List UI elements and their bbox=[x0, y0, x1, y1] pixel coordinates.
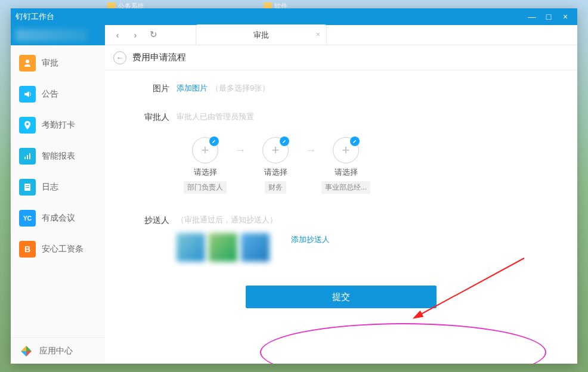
cc-note: （审批通过后，通知抄送人） bbox=[177, 215, 277, 225]
svg-rect-4 bbox=[29, 153, 30, 159]
svg-rect-7 bbox=[26, 187, 29, 188]
page-title: 费用申请流程 bbox=[132, 52, 186, 63]
main-area: ‹ › ↻ 审批 × ← 费用申请流程 图片 添加图片 （最多选 bbox=[105, 25, 577, 364]
profile-area[interactable] bbox=[11, 25, 105, 45]
location-icon bbox=[19, 117, 36, 134]
avatar[interactable] bbox=[209, 233, 237, 262]
sidebar-item-attendance[interactable]: 考勤打卡 bbox=[11, 110, 105, 141]
window-title: 钉钉工作台 bbox=[16, 11, 525, 22]
window-minimize[interactable]: — bbox=[525, 11, 539, 23]
approval-icon bbox=[19, 55, 36, 72]
sidebar: 审批 公告 考勤打卡 智能报表 日志 bbox=[11, 25, 105, 364]
row-cc: 抄送人 （审批通过后，通知抄送人） bbox=[129, 214, 553, 226]
svg-rect-2 bbox=[24, 157, 26, 159]
label-image: 图片 bbox=[129, 82, 177, 94]
approver-flow: + 请选择 部门负责人 → + 请选择 财务 → bbox=[179, 137, 372, 194]
chart-icon bbox=[19, 148, 36, 165]
back-button[interactable]: ← bbox=[113, 51, 126, 64]
approver-node[interactable]: + 请选择 部门负责人 bbox=[179, 137, 231, 194]
avatar[interactable] bbox=[177, 233, 205, 262]
title-bar: 钉钉工作台 — □ × bbox=[11, 8, 577, 25]
svg-rect-6 bbox=[26, 185, 29, 186]
approver-hint: 审批人已由管理员预置 bbox=[177, 111, 254, 122]
yc-icon: YC bbox=[19, 210, 36, 227]
document-icon bbox=[19, 179, 36, 196]
image-note: （最多选择9张） bbox=[211, 83, 270, 94]
window-close[interactable]: × bbox=[558, 11, 572, 23]
submit-button[interactable]: 提交 bbox=[246, 286, 437, 308]
nav-back[interactable]: ‹ bbox=[110, 28, 125, 41]
avatar[interactable] bbox=[241, 233, 270, 262]
window-maximize[interactable]: □ bbox=[541, 11, 556, 23]
row-image: 图片 添加图片 （最多选择9张） bbox=[129, 82, 553, 94]
sidebar-item-meeting[interactable]: YC 有成会议 bbox=[11, 203, 105, 234]
tab-approval[interactable]: 审批 × bbox=[196, 24, 327, 45]
nav-forward[interactable]: › bbox=[128, 28, 143, 41]
add-approver-icon[interactable]: + bbox=[262, 137, 289, 163]
sidebar-item-announce[interactable]: 公告 bbox=[11, 79, 105, 110]
approver-node[interactable]: + 请选择 财务 bbox=[249, 137, 302, 194]
form-area: 图片 添加图片 （最多选择9张） 审批人 审批人已由管理员预置 bbox=[105, 70, 577, 364]
svg-point-0 bbox=[26, 60, 29, 63]
arrow-icon: → bbox=[305, 137, 316, 157]
sidebar-item-report[interactable]: 智能报表 bbox=[11, 141, 105, 172]
horn-icon bbox=[19, 86, 36, 103]
approver-node[interactable]: + 请选择 事业部总经... bbox=[320, 137, 372, 194]
svg-rect-3 bbox=[27, 155, 28, 159]
add-approver-icon[interactable]: + bbox=[333, 137, 359, 163]
edit-icon bbox=[350, 137, 360, 146]
sidebar-item-log[interactable]: 日志 bbox=[11, 172, 105, 203]
row-approver: 审批人 审批人已由管理员预置 bbox=[129, 111, 553, 123]
edit-icon bbox=[280, 137, 289, 146]
svg-point-1 bbox=[26, 123, 29, 125]
arrow-icon: → bbox=[235, 137, 246, 157]
app-window: 钉钉工作台 — □ × 审批 公告 考勤打卡 bbox=[11, 8, 577, 364]
sidebar-item-approval[interactable]: 审批 bbox=[11, 48, 105, 79]
label-approver: 审批人 bbox=[129, 111, 177, 123]
add-approver-icon[interactable]: + bbox=[192, 137, 218, 163]
cc-avatars bbox=[177, 233, 270, 262]
label-cc: 抄送人 bbox=[129, 214, 177, 226]
annotation-ellipse bbox=[260, 323, 546, 364]
tab-bar: ‹ › ↻ 审批 × bbox=[105, 25, 577, 45]
tab-close-icon[interactable]: × bbox=[315, 30, 320, 39]
sidebar-item-payroll[interactable]: B 安心工资条 bbox=[11, 234, 105, 265]
edit-icon bbox=[209, 137, 219, 146]
payroll-icon: B bbox=[19, 241, 36, 258]
nav-refresh[interactable]: ↻ bbox=[146, 28, 161, 41]
add-image-link[interactable]: 添加图片 bbox=[177, 83, 208, 94]
add-cc-link[interactable]: 添加抄送人 bbox=[291, 233, 330, 245]
page-header: ← 费用申请流程 bbox=[105, 45, 577, 70]
appcenter-icon bbox=[19, 344, 33, 358]
app-center[interactable]: 应用中心 bbox=[11, 337, 105, 364]
